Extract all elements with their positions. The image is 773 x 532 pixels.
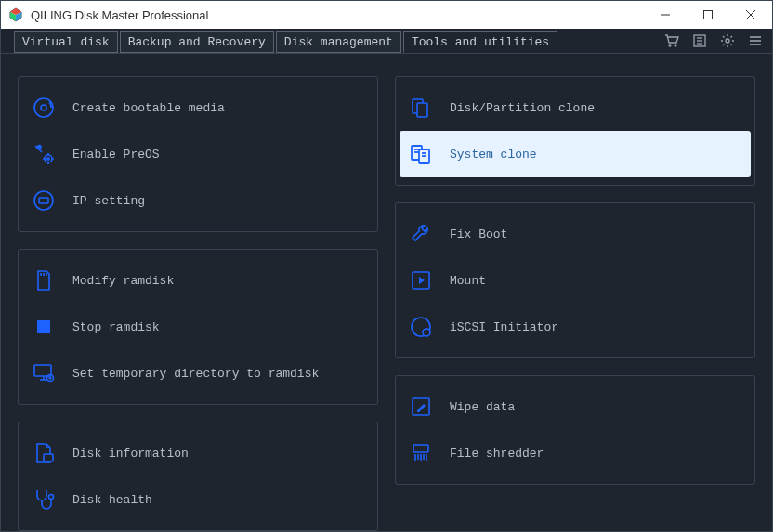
svg-point-34 <box>49 495 54 500</box>
item-iscsi-initiator[interactable]: iSCSI Initiator <box>400 304 751 350</box>
panel-ramdisk: Modify ramdisk Stop ramdisk Set temporar… <box>18 249 378 405</box>
tab-disk-management[interactable]: Disk management <box>276 31 401 53</box>
item-label: Stop ramdisk <box>72 320 160 334</box>
window-controls <box>644 1 772 29</box>
system-clone-icon <box>409 142 433 166</box>
left-column: Create bootable media Enable PreOS <box>18 76 378 531</box>
disc-icon <box>32 96 56 120</box>
tab-bar: Virtual disk Backup and Recovery Disk ma… <box>1 29 772 54</box>
item-partition-clone[interactable]: Disk/Partition clone <box>400 84 751 131</box>
item-label: File shredder <box>450 447 544 461</box>
item-wipe-data[interactable]: Wipe data <box>400 383 751 430</box>
item-label: Disk/Partition clone <box>450 101 595 115</box>
svg-rect-36 <box>417 103 427 117</box>
tab-backup-recovery[interactable]: Backup and Recovery <box>120 31 274 53</box>
item-label: Create bootable media <box>72 101 225 115</box>
monitor-gear-icon <box>32 361 56 385</box>
item-label: iSCSI Initiator <box>450 320 558 334</box>
item-fix-boot[interactable]: Fix Boot <box>400 211 751 257</box>
title-bar: QILING Disk Master Professional <box>1 1 772 29</box>
edit-icon <box>409 395 433 419</box>
item-label: System clone <box>450 148 537 162</box>
svg-point-20 <box>45 155 52 162</box>
item-modify-ramdisk[interactable]: Modify ramdisk <box>22 257 373 304</box>
svg-rect-33 <box>44 454 53 461</box>
list-icon[interactable] <box>692 33 707 48</box>
panel-clone: Disk/Partition clone System clone <box>395 76 755 186</box>
item-label: Enable PreOS <box>72 148 160 162</box>
play-icon <box>409 268 433 292</box>
cart-icon[interactable] <box>664 33 679 48</box>
tab-label: Virtual disk <box>22 35 110 49</box>
item-create-bootable-media[interactable]: Create bootable media <box>22 84 373 131</box>
svg-rect-48 <box>413 445 428 452</box>
right-column: Disk/Partition clone System clone <box>395 76 755 531</box>
close-button[interactable] <box>729 1 772 29</box>
window-title: QILING Disk Master Professional <box>31 8 644 22</box>
item-disk-health[interactable]: Disk health <box>22 476 373 523</box>
stethoscope-icon <box>32 487 56 512</box>
stop-icon <box>32 315 56 339</box>
item-label: Disk health <box>72 493 152 507</box>
shredder-icon <box>409 441 433 465</box>
svg-point-18 <box>34 98 53 117</box>
svg-point-19 <box>41 105 46 110</box>
panel-boot-tools: Fix Boot Mount iSCSI Initiator <box>395 202 755 358</box>
item-label: Modify ramdisk <box>72 274 174 288</box>
item-label: Fix Boot <box>450 227 507 241</box>
target-icon <box>409 315 433 339</box>
maximize-button[interactable] <box>687 1 729 29</box>
item-label: Wipe data <box>450 400 515 414</box>
panel-boot: Create bootable media Enable PreOS <box>18 76 378 232</box>
item-label: Set temporary directory to ramdisk <box>72 367 319 381</box>
clone-icon <box>409 96 433 120</box>
panel-wipe: Wipe data File shredder <box>395 375 755 485</box>
svg-point-21 <box>47 158 49 160</box>
item-file-shredder[interactable]: File shredder <box>400 430 751 476</box>
svg-rect-5 <box>704 11 713 19</box>
svg-point-14 <box>726 39 729 43</box>
tab-label: Disk management <box>284 35 393 49</box>
sdcard-icon <box>32 268 56 292</box>
tab-label: Tools and utilities <box>412 35 549 49</box>
item-stop-ramdisk[interactable]: Stop ramdisk <box>22 304 373 350</box>
menu-icon[interactable] <box>748 33 763 48</box>
minimize-button[interactable] <box>644 1 687 29</box>
item-label: Disk information <box>72 447 189 461</box>
document-icon <box>32 441 56 465</box>
svg-rect-23 <box>39 198 48 203</box>
tab-virtual-disk[interactable]: Virtual disk <box>14 31 118 53</box>
svg-point-8 <box>669 45 671 46</box>
gear-icon[interactable] <box>720 33 735 48</box>
svg-point-32 <box>49 377 51 379</box>
item-disk-information[interactable]: Disk information <box>22 430 373 476</box>
main-content: Create bootable media Enable PreOS <box>1 54 772 532</box>
network-icon <box>32 188 56 213</box>
toolbar-icons <box>664 29 763 53</box>
wrench-icon <box>409 222 433 246</box>
svg-rect-27 <box>37 320 50 333</box>
item-mount[interactable]: Mount <box>400 257 751 304</box>
wrench-gear-icon <box>32 142 56 166</box>
item-enable-preos[interactable]: Enable PreOS <box>22 131 373 177</box>
item-label: IP setting <box>72 194 145 208</box>
item-label: Mount <box>450 274 486 288</box>
svg-point-46 <box>423 329 430 336</box>
item-system-clone[interactable]: System clone <box>400 131 751 177</box>
tab-tools-utilities[interactable]: Tools and utilities <box>403 31 557 53</box>
item-ip-setting[interactable]: IP setting <box>22 177 373 224</box>
panel-disk-info: Disk information Disk health <box>18 422 378 531</box>
svg-marker-44 <box>419 277 425 284</box>
item-set-temp-dir[interactable]: Set temporary directory to ramdisk <box>22 350 373 396</box>
app-logo-icon <box>8 7 23 22</box>
svg-point-9 <box>675 45 676 46</box>
tab-label: Backup and Recovery <box>128 35 266 49</box>
